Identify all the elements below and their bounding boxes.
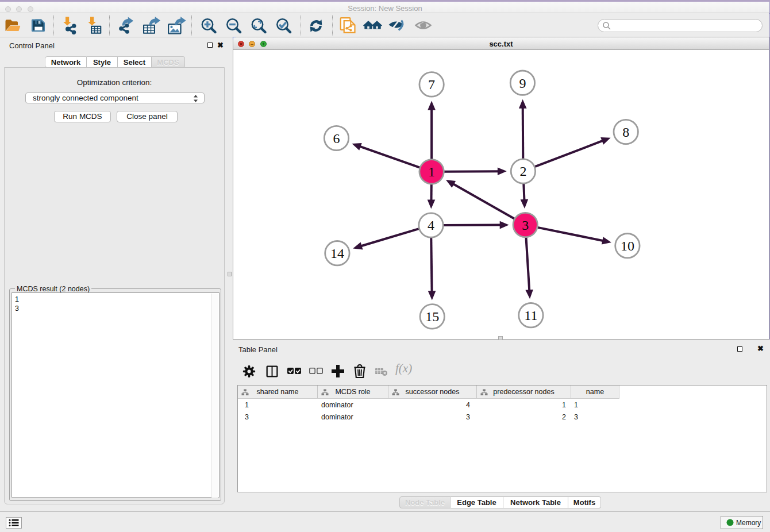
svg-text:9: 9 bbox=[519, 76, 526, 91]
svg-text:11: 11 bbox=[524, 308, 537, 323]
svg-text:6: 6 bbox=[333, 131, 340, 146]
svg-text:10: 10 bbox=[621, 238, 634, 253]
svg-text:15: 15 bbox=[425, 309, 439, 324]
svg-text:3: 3 bbox=[522, 218, 529, 233]
svg-text:8: 8 bbox=[622, 125, 629, 140]
svg-text:2: 2 bbox=[519, 164, 526, 179]
svg-text:14: 14 bbox=[330, 246, 344, 261]
svg-text:7: 7 bbox=[428, 77, 435, 92]
svg-text:1: 1 bbox=[428, 164, 435, 179]
svg-text:4: 4 bbox=[428, 218, 434, 233]
